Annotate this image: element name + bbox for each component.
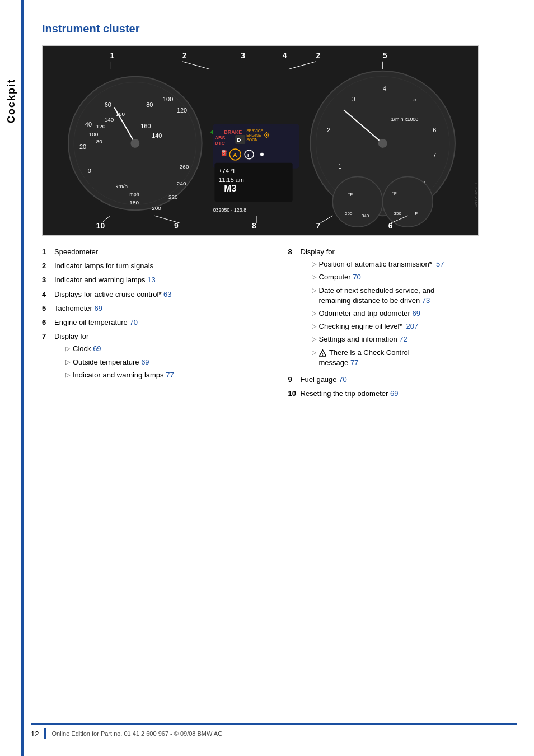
item-number-4: 4 [42,290,52,300]
description-columns: 1 Speedometer 2 Indicator lamps for turn… [42,247,517,403]
desc-item-7: 7 Display for ▷ Clock 69 ▷ Outside tempe… [42,332,271,383]
svg-text:7: 7 [433,152,436,158]
svg-text:250: 250 [345,211,353,216]
ref-7-1[interactable]: 69 [93,344,101,353]
svg-text:⚙: ⚙ [263,130,270,139]
instrument-cluster-image: 1 2 3 4 2 5 10 9 8 7 6 60 40 20 0 km/h m… [42,45,479,236]
ref-8-7[interactable]: 77 [350,358,358,367]
desc-item-3: 3 Indicator and warning lamps 13 [42,275,271,285]
item-number-3: 3 [42,275,52,285]
ref-7-2[interactable]: 69 [141,358,149,366]
sub-item-8-4: ▷ Odometer and trip odometer 69 [312,309,518,319]
sub-text-8-4: Odometer and trip odometer 69 [319,309,420,319]
sub-text-7-1: Clock 69 [73,344,101,354]
arrow-icon-7-2: ▷ [65,358,70,366]
svg-text:1: 1 [110,51,115,60]
item-text-6: Engine oil temperature 70 [54,318,271,328]
item-number-5: 5 [42,304,52,314]
desc-item-1: 1 Speedometer [42,247,271,257]
ref-8-5[interactable]: 207 [406,322,419,330]
svg-text:SOON: SOON [246,138,257,142]
sub-item-8-6: ▷ Settings and information 72 [312,334,518,344]
svg-text:20: 20 [79,143,86,150]
svg-text:240: 240 [177,180,186,186]
svg-text:3: 3 [352,96,355,102]
svg-text:180: 180 [129,199,139,206]
left-description-column: 1 Speedometer 2 Indicator lamps for turn… [42,247,271,403]
sub-text-8-5: Checking engine oil level* 207 [319,321,419,332]
main-content: Instrument cluster 1 2 3 4 2 5 10 9 8 7 … [31,0,534,425]
sub-text-8-1: Position of automatic transmission* 57 [319,259,444,269]
svg-text:100: 100 [163,96,173,102]
sub-item-8-7: ▷ ! There is a Check Controlmessage 77 [312,348,518,368]
sub-text-8-3: Date of next scheduled service, andremai… [319,286,435,306]
desc-item-2: 2 Indicator lamps for turn signals [42,261,271,271]
item-number-9: 9 [288,375,298,385]
svg-text:032050 · 123.8: 032050 · 123.8 [213,207,247,213]
sub-text-7-2: Outside temperature 69 [73,357,149,367]
svg-text:D: D [237,137,241,143]
ref-8-3[interactable]: 73 [422,296,430,305]
ref-4[interactable]: 63 [163,290,171,298]
sub-items-7: ▷ Clock 69 ▷ Outside temperature 69 ▷ In… [65,344,271,380]
ref-3[interactable]: 13 [147,276,155,284]
svg-text:2: 2 [316,51,320,60]
sub-item-7-3: ▷ Indicator and warning lamps 77 [65,370,271,380]
svg-text:2: 2 [182,51,187,60]
svg-point-73 [332,177,382,227]
svg-text:0: 0 [88,167,91,174]
right-description-column: 8 Display for ▷ Position of automatic tr… [288,247,518,403]
svg-text:5: 5 [413,96,416,102]
svg-text:4: 4 [383,85,386,92]
item-text-2: Indicator lamps for turn signals [54,261,271,271]
ref-7-3[interactable]: 77 [166,371,174,379]
arrow-icon-8-1: ▷ [312,260,316,268]
arrow-icon-8-6: ▷ [312,335,316,343]
sub-text-8-7: ! There is a Check Controlmessage 77 [319,348,410,368]
ref-10[interactable]: 69 [390,389,398,398]
svg-text:A: A [233,152,237,158]
arrow-icon-8-7: ▷ [312,348,316,357]
warning-triangle-icon: ! [319,349,326,357]
svg-text:1/min x1000: 1/min x1000 [391,116,419,122]
sub-item-8-1: ▷ Position of automatic transmission* 57 [312,259,518,269]
svg-text:7: 7 [316,221,320,230]
svg-text:160: 160 [140,123,151,129]
ref-6[interactable]: 70 [129,318,137,326]
ref-8-6[interactable]: 72 [399,335,407,343]
svg-text:5: 5 [383,51,387,60]
sub-text-8-6: Settings and information 72 [319,334,407,344]
item-number-7: 7 [42,332,52,342]
svg-point-54 [260,153,264,156]
svg-text:+74 °F: +74 °F [218,167,237,174]
svg-text:SERVICE: SERVICE [246,129,264,133]
sidebar-cockpit-label: Cockpit [0,45,22,157]
svg-text:⛽: ⛽ [221,149,228,156]
svg-point-36 [130,139,139,148]
sub-text-7-3: Indicator and warning lamps 77 [73,370,174,380]
arrow-icon-7-1: ▷ [65,344,70,353]
ref-8-1[interactable]: 57 [436,260,444,268]
svg-text:3: 3 [241,51,245,60]
item-text-9: Fuel gauge 70 [301,375,518,385]
item-number-1: 1 [42,247,52,257]
arrow-icon-8-3: ▷ [312,286,316,295]
item-text-10: Resetting the trip odometer 69 [301,389,518,399]
svg-text:350: 350 [394,211,402,216]
section-title: Instrument cluster [42,22,517,35]
ref-8-4[interactable]: 69 [412,309,420,318]
sub-item-8-5: ▷ Checking engine oil level* 207 [312,321,518,332]
item-text-7: Display for ▷ Clock 69 ▷ Outside tempera… [54,332,271,383]
arrow-icon-8-5: ▷ [312,322,316,330]
sub-text-8-2: Computer 70 [319,272,361,282]
arrow-icon-8-4: ▷ [312,309,316,318]
ref-5[interactable]: 69 [95,304,102,312]
desc-item-6: 6 Engine oil temperature 70 [42,318,271,328]
desc-item-8: 8 Display for ▷ Position of automatic tr… [288,247,518,371]
ref-8-2[interactable]: 70 [353,273,360,281]
item-text-3: Indicator and warning lamps 13 [54,275,271,285]
svg-text:260: 260 [180,164,189,170]
svg-text:1: 1 [338,163,341,170]
ref-9[interactable]: 70 [339,375,346,384]
svg-text:!: ! [322,352,323,356]
